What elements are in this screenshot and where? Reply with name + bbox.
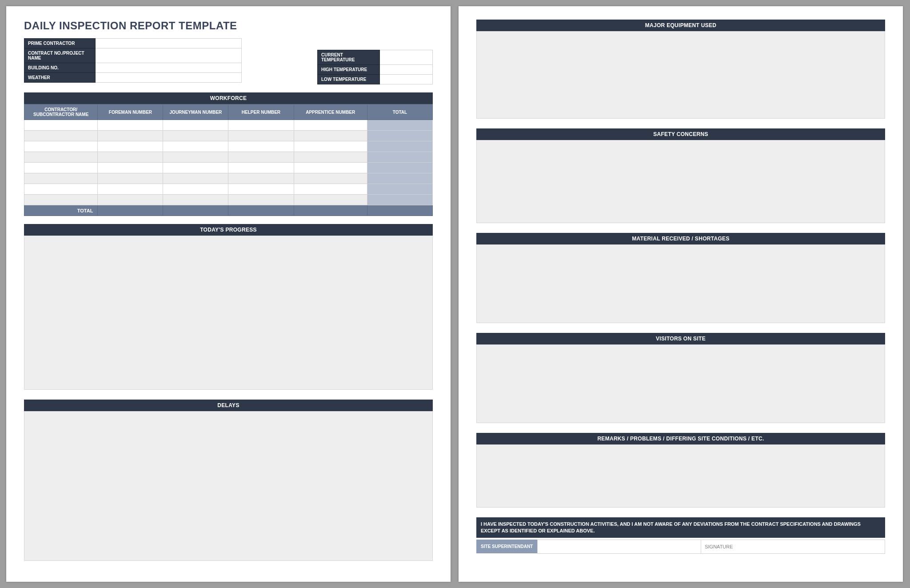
section-header-equipment: MAJOR EQUIPMENT USED <box>476 20 885 31</box>
section-header-visitors: VISITORS ON SITE <box>476 333 885 344</box>
col-contractor: CONTRACTOR/ SUBCONTRACTOR NAME <box>24 104 98 120</box>
field-weather[interactable] <box>96 73 242 83</box>
wf-cell[interactable] <box>294 163 367 173</box>
label-high-temp: HIGH TEMPERATURE <box>318 65 380 75</box>
wf-cell[interactable] <box>98 131 163 141</box>
section-header-delays: DELAYS <box>24 400 433 411</box>
wf-cell-total[interactable] <box>367 195 432 205</box>
label-low-temp: LOW TEMPERATURE <box>318 75 380 84</box>
field-current-temp[interactable] <box>380 50 433 65</box>
section-header-progress: TODAY'S PROGRESS <box>24 224 433 236</box>
wf-cell[interactable] <box>24 141 98 152</box>
wf-cell[interactable] <box>98 152 163 163</box>
wf-cell[interactable] <box>98 163 163 173</box>
label-weather: WEATHER <box>24 73 96 83</box>
wf-cell-total[interactable] <box>367 184 432 195</box>
field-visitors[interactable] <box>476 344 885 423</box>
col-helper: HELPER NUMBER <box>228 104 294 120</box>
label-building-no: BUILDING NO. <box>24 63 96 73</box>
section-header-safety: SAFETY CONCERNS <box>476 128 885 140</box>
wf-cell-total[interactable] <box>367 120 432 131</box>
wf-cell[interactable] <box>163 120 228 131</box>
wf-cell-total[interactable] <box>367 141 432 152</box>
wf-cell[interactable] <box>98 184 163 195</box>
wf-cell[interactable] <box>228 195 294 205</box>
wf-total-cell[interactable] <box>367 205 432 216</box>
wf-cell-total[interactable] <box>367 152 432 163</box>
page-2: MAJOR EQUIPMENT USED SAFETY CONCERNS MAT… <box>459 6 903 582</box>
label-superintendant: SITE SUPERINTENDANT <box>476 540 538 553</box>
wf-cell[interactable] <box>24 163 98 173</box>
wf-cell[interactable] <box>294 120 367 131</box>
section-header-material: MATERIAL RECEIVED / SHORTAGES <box>476 233 885 244</box>
label-prime-contractor: PRIME CONTRACTOR <box>24 39 96 48</box>
wf-cell[interactable] <box>294 184 367 195</box>
wf-cell[interactable] <box>24 184 98 195</box>
page-1: DAILY INSPECTION REPORT TEMPLATE PRIME C… <box>6 6 451 582</box>
wf-total-cell[interactable] <box>98 205 163 216</box>
wf-cell[interactable] <box>24 195 98 205</box>
field-equipment[interactable] <box>476 31 885 119</box>
wf-cell[interactable] <box>294 152 367 163</box>
wf-cell[interactable] <box>294 173 367 184</box>
wf-cell[interactable] <box>163 195 228 205</box>
page-title: DAILY INSPECTION REPORT TEMPLATE <box>24 20 433 32</box>
wf-cell[interactable] <box>163 163 228 173</box>
field-building-no[interactable] <box>96 63 242 73</box>
field-prime-contractor[interactable] <box>96 39 242 48</box>
wf-total-label: TOTAL <box>24 205 98 216</box>
field-progress[interactable] <box>24 236 433 390</box>
wf-cell[interactable] <box>228 120 294 131</box>
wf-cell[interactable] <box>24 152 98 163</box>
workforce-table: CONTRACTOR/ SUBCONTRACTOR NAME FOREMAN N… <box>24 104 433 216</box>
wf-cell[interactable] <box>294 131 367 141</box>
field-signature[interactable]: SIGNATURE <box>701 540 885 553</box>
wf-cell[interactable] <box>98 120 163 131</box>
wf-cell[interactable] <box>228 184 294 195</box>
wf-cell[interactable] <box>228 173 294 184</box>
wf-cell[interactable] <box>24 131 98 141</box>
wf-cell[interactable] <box>24 120 98 131</box>
field-delays[interactable] <box>24 411 433 561</box>
field-high-temp[interactable] <box>380 65 433 75</box>
section-header-workforce: WORKFORCE <box>24 92 433 104</box>
col-total: TOTAL <box>367 104 432 120</box>
wf-cell[interactable] <box>228 131 294 141</box>
wf-cell[interactable] <box>24 173 98 184</box>
col-apprentice: APPRENTICE NUMBER <box>294 104 367 120</box>
wf-total-cell[interactable] <box>228 205 294 216</box>
wf-total-cell[interactable] <box>294 205 367 216</box>
col-journeyman: JOURNEYMAN NUMBER <box>163 104 228 120</box>
section-header-remarks: REMARKS / PROBLEMS / DIFFERING SITE COND… <box>476 433 885 444</box>
wf-cell[interactable] <box>163 184 228 195</box>
field-superintendant[interactable] <box>538 540 701 553</box>
wf-cell[interactable] <box>228 163 294 173</box>
field-material[interactable] <box>476 244 885 323</box>
wf-cell[interactable] <box>228 141 294 152</box>
wf-cell[interactable] <box>98 141 163 152</box>
field-remarks[interactable] <box>476 444 885 508</box>
wf-cell[interactable] <box>228 152 294 163</box>
field-safety[interactable] <box>476 140 885 223</box>
wf-cell[interactable] <box>294 141 367 152</box>
wf-cell-total[interactable] <box>367 173 432 184</box>
wf-cell[interactable] <box>163 152 228 163</box>
attestation-statement: I HAVE INSPECTED TODAY'S CONSTRUCTION AC… <box>476 517 885 538</box>
wf-cell-total[interactable] <box>367 131 432 141</box>
wf-cell[interactable] <box>98 195 163 205</box>
wf-cell[interactable] <box>294 195 367 205</box>
wf-cell[interactable] <box>163 141 228 152</box>
wf-cell[interactable] <box>163 173 228 184</box>
document-spread: DAILY INSPECTION REPORT TEMPLATE PRIME C… <box>0 0 910 588</box>
field-contract-project[interactable] <box>96 48 242 63</box>
wf-cell[interactable] <box>98 173 163 184</box>
signature-table: SITE SUPERINTENDANT SIGNATURE <box>476 540 885 554</box>
wf-cell-total[interactable] <box>367 163 432 173</box>
wf-total-cell[interactable] <box>163 205 228 216</box>
label-contract-project: CONTRACT NO./PROJECT NAME <box>24 48 96 63</box>
info-table-right: CURRENT TEMPERATURE HIGH TEMPERATURE LOW… <box>317 50 433 84</box>
field-low-temp[interactable] <box>380 75 433 84</box>
wf-cell[interactable] <box>163 131 228 141</box>
info-table-left: PRIME CONTRACTOR CONTRACT NO./PROJECT NA… <box>24 38 242 83</box>
label-current-temp: CURRENT TEMPERATURE <box>318 50 380 65</box>
